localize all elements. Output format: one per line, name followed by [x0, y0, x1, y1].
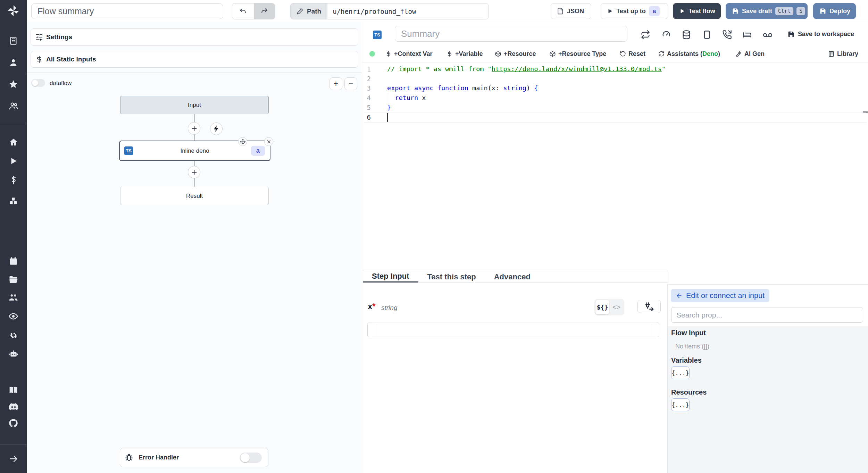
connect-input-button[interactable]	[637, 300, 661, 313]
line-number: 3	[362, 83, 371, 93]
phone-incoming-icon[interactable]	[722, 30, 732, 40]
connect-input-panel: Edit or connect an input Search prop... …	[667, 284, 868, 473]
test-up-to-button[interactable]: Test up to a	[601, 3, 668, 19]
editor-panel: TS Summary Save to workspace +Context Va…	[362, 22, 868, 284]
error-handler-toggle[interactable]	[240, 453, 262, 463]
groups-icon[interactable]	[0, 293, 27, 303]
bed-icon[interactable]	[742, 30, 752, 40]
star-icon[interactable]	[0, 79, 27, 89]
dataflow-toggle[interactable]	[31, 79, 45, 87]
reset-button[interactable]: Reset	[620, 48, 645, 60]
add-context-var-button[interactable]: +Context Var	[385, 48, 433, 60]
windmill-logo-icon[interactable]	[0, 4, 27, 17]
trigger-lightning-button[interactable]	[210, 123, 223, 135]
add-step-button-2[interactable]	[188, 166, 200, 178]
edit-or-connect-button[interactable]: Edit or connect an input	[671, 289, 769, 302]
gauge-icon[interactable]	[661, 30, 671, 40]
save-icon	[732, 8, 739, 15]
flow-summary-input[interactable]: Flow summary	[31, 3, 223, 19]
tab-advanced[interactable]: Advanced	[485, 271, 540, 282]
github-icon[interactable]	[0, 418, 27, 428]
database-icon[interactable]	[682, 30, 691, 40]
users-icon[interactable]	[0, 101, 27, 111]
add-resource-type-button[interactable]: +Resource Type	[549, 48, 606, 60]
line-number: 1	[362, 64, 371, 74]
flow-node-step[interactable]: TS Inline deno a	[119, 141, 270, 161]
sidebar	[0, 0, 27, 473]
save-icon	[787, 31, 795, 38]
discord-icon[interactable]	[0, 402, 27, 412]
flow-panel: Settings All Static Inputs dataflow + − …	[27, 22, 362, 473]
path-input[interactable]: u/henri/profound_flow	[327, 3, 489, 19]
tab-step-input[interactable]: Step Input	[363, 271, 418, 282]
field-value-input[interactable]	[367, 322, 659, 337]
collapse-sidebar-icon[interactable]	[0, 454, 27, 464]
error-handler-row[interactable]: Error Handler	[120, 448, 268, 467]
test-flow-button[interactable]: Test flow	[673, 3, 721, 19]
pencil-icon	[297, 8, 303, 15]
audit-logs-icon[interactable]	[0, 311, 27, 321]
code-line: return x	[387, 93, 426, 103]
ai-gen-button[interactable]: AI Gen	[735, 48, 765, 60]
schedules-icon[interactable]	[0, 256, 27, 266]
zoom-in-button[interactable]: +	[329, 77, 342, 90]
add-resource-button[interactable]: +Resource	[495, 48, 536, 60]
line-number: 4	[362, 93, 371, 103]
flow-settings-button[interactable]: Settings	[31, 28, 358, 46]
code-editor[interactable]: 1// import * as wmill from "https://deno…	[362, 62, 868, 274]
move-step-button[interactable]	[238, 137, 247, 146]
folders-icon[interactable]	[0, 274, 27, 284]
arrow-left-icon	[676, 292, 683, 299]
workers-icon[interactable]	[0, 349, 27, 359]
kbd-s: S	[796, 7, 805, 15]
mode-template-button[interactable]: ${}	[595, 300, 609, 314]
undo-button[interactable]	[232, 3, 254, 19]
field-name: x*	[368, 302, 376, 311]
path-chip[interactable]: Path	[290, 3, 327, 19]
file-json-icon	[557, 8, 564, 15]
voicemail-icon[interactable]	[762, 30, 773, 40]
dataflow-label: dataflow	[50, 80, 72, 87]
topbar: Flow summary Path u/henri/profound_flow …	[27, 0, 868, 22]
settings-gear-icon[interactable]	[0, 330, 27, 340]
resources-chip[interactable]: {...}	[671, 398, 690, 411]
add-variable-button[interactable]: +Variable	[446, 48, 483, 60]
variables-icon[interactable]	[0, 176, 27, 185]
flow-node-input[interactable]: Input	[120, 96, 269, 114]
code-line: // import * as wmill from "https://deno.…	[387, 64, 666, 74]
all-static-inputs-button[interactable]: All Static Inputs	[31, 51, 358, 68]
workspace-icon[interactable]	[0, 36, 27, 45]
home-icon[interactable]	[0, 137, 27, 147]
json-button[interactable]: JSON	[551, 3, 591, 19]
play-icon	[679, 8, 685, 14]
add-step-button-1[interactable]	[188, 122, 200, 135]
zoom-out-button[interactable]: −	[344, 77, 357, 90]
step-id-badge: a	[251, 146, 265, 156]
user-icon[interactable]	[0, 58, 27, 67]
test-up-to-step-badge: a	[649, 6, 660, 16]
step-config-panel: Step InputTest this stepAdvanced x* stri…	[362, 271, 668, 473]
repeat-icon[interactable]	[641, 30, 650, 40]
docs-icon[interactable]	[0, 385, 27, 395]
bug-icon	[125, 453, 133, 462]
save-to-workspace-button[interactable]: Save to workspace	[787, 31, 854, 38]
library-button[interactable]: Library	[828, 48, 858, 60]
smartphone-icon[interactable]	[702, 30, 712, 40]
flow-node-result[interactable]: Result	[120, 187, 269, 205]
variables-chip[interactable]: {...}	[671, 366, 690, 379]
flow-input-heading: Flow Input	[671, 329, 865, 337]
search-prop-input[interactable]: Search prop...	[671, 307, 863, 323]
deploy-button[interactable]: Deploy	[813, 3, 856, 19]
runs-icon[interactable]	[0, 157, 27, 166]
tab-test-this-step[interactable]: Test this step	[418, 271, 485, 282]
assistants-button[interactable]: Assistants (Deno)	[658, 48, 720, 60]
language-status-dot	[369, 51, 375, 57]
redo-button[interactable]	[254, 3, 275, 19]
resources-icon[interactable]	[0, 196, 27, 206]
step-tabs: Step InputTest this stepAdvanced	[362, 271, 668, 283]
delete-step-button[interactable]	[264, 137, 273, 146]
field-type: string	[381, 304, 397, 312]
mode-code-button[interactable]: <>	[609, 300, 623, 314]
summary-input[interactable]: Summary	[395, 26, 627, 42]
save-draft-button[interactable]: Save draft Ctrl S	[726, 3, 808, 19]
